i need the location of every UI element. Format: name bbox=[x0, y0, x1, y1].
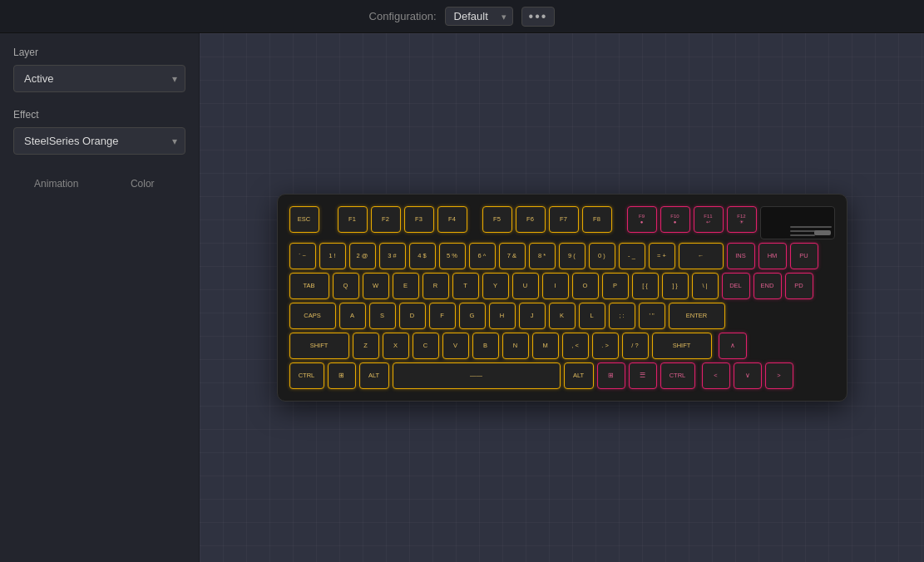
key-e[interactable]: E bbox=[393, 273, 419, 299]
key-tab[interactable]: TAB bbox=[289, 273, 329, 299]
tab-animation[interactable]: Animation bbox=[13, 171, 100, 196]
key-q[interactable]: Q bbox=[333, 273, 359, 299]
config-select-wrapper[interactable]: Default bbox=[445, 7, 513, 26]
key-rctrl[interactable]: CTRL bbox=[660, 362, 695, 389]
key-w[interactable]: W bbox=[363, 273, 389, 299]
key-g[interactable]: G bbox=[459, 303, 486, 329]
more-button[interactable]: ••• bbox=[521, 7, 556, 27]
key-comma[interactable]: , < bbox=[562, 333, 589, 359]
key-6[interactable]: 6 ^ bbox=[469, 243, 496, 269]
keyboard-row-zxcv: SHIFT Z X C V B N M , < . > / ? SHIFT ∧ bbox=[289, 333, 835, 359]
key-d[interactable]: D bbox=[399, 303, 426, 329]
key-semicolon[interactable]: ; : bbox=[609, 303, 635, 329]
sidebar: Layer Active Base Layer 1 Layer 2 Effect… bbox=[0, 33, 200, 562]
key-f11[interactable]: F11↩ bbox=[694, 206, 724, 233]
key-del[interactable]: DEL bbox=[722, 273, 750, 299]
key-f7[interactable]: F7 bbox=[549, 206, 579, 233]
key-menu[interactable]: ☰ bbox=[629, 362, 657, 389]
key-i[interactable]: I bbox=[542, 273, 569, 299]
layer-dropdown-wrapper[interactable]: Active Base Layer 1 Layer 2 bbox=[13, 65, 185, 92]
key-f5[interactable]: F5 bbox=[482, 206, 512, 233]
key-pgup[interactable]: PU bbox=[790, 243, 818, 269]
key-quote[interactable]: ' " bbox=[639, 303, 665, 329]
key-t[interactable]: T bbox=[452, 273, 479, 299]
effect-dropdown[interactable]: SteelSeries Orange Rainbow Static Breath… bbox=[13, 127, 185, 155]
key-v[interactable]: V bbox=[442, 333, 469, 359]
key-2[interactable]: 2 @ bbox=[349, 243, 376, 269]
key-f10[interactable]: F10● bbox=[660, 206, 690, 233]
key-y[interactable]: Y bbox=[482, 273, 509, 299]
key-x[interactable]: X bbox=[383, 333, 409, 359]
key-enter[interactable]: ENTER bbox=[669, 303, 725, 329]
key-j[interactable]: J bbox=[519, 303, 546, 329]
key-1[interactable]: 1 ! bbox=[319, 243, 346, 269]
key-a[interactable]: A bbox=[339, 303, 366, 329]
key-slash[interactable]: / ? bbox=[622, 333, 649, 359]
key-rshift[interactable]: SHIFT bbox=[652, 333, 712, 359]
key-f8[interactable]: F8 bbox=[582, 206, 612, 233]
key-c[interactable]: C bbox=[413, 333, 439, 359]
key-backtick[interactable]: ` ~ bbox=[289, 243, 316, 269]
key-8[interactable]: 8 * bbox=[529, 243, 556, 269]
key-backslash[interactable]: \ | bbox=[692, 273, 719, 299]
key-p[interactable]: P bbox=[602, 273, 629, 299]
key-n[interactable]: N bbox=[502, 333, 529, 359]
key-4[interactable]: 4 $ bbox=[409, 243, 436, 269]
key-5[interactable]: 5 % bbox=[439, 243, 466, 269]
key-o[interactable]: O bbox=[572, 273, 599, 299]
key-down[interactable]: ∨ bbox=[734, 362, 762, 389]
key-b[interactable]: B bbox=[472, 333, 499, 359]
key-lalt[interactable]: ALT bbox=[359, 362, 389, 389]
key-f3[interactable]: F3 bbox=[404, 206, 434, 233]
key-backspace[interactable]: ← bbox=[679, 243, 724, 269]
key-f[interactable]: F bbox=[429, 303, 456, 329]
key-3[interactable]: 3 # bbox=[379, 243, 406, 269]
key-f6[interactable]: F6 bbox=[516, 206, 546, 233]
key-esc[interactable]: ESC bbox=[289, 206, 319, 233]
key-lshift[interactable]: SHIFT bbox=[289, 333, 349, 359]
layer-dropdown[interactable]: Active Base Layer 1 Layer 2 bbox=[13, 65, 185, 92]
key-7[interactable]: 7 & bbox=[499, 243, 526, 269]
key-f9[interactable]: F9● bbox=[627, 206, 657, 233]
key-f4[interactable]: F4 bbox=[437, 206, 467, 233]
effect-dropdown-wrapper[interactable]: SteelSeries Orange Rainbow Static Breath… bbox=[13, 127, 185, 155]
keyboard: ESC F1 F2 F3 F4 F5 F6 F7 F8 F9● F10● F11… bbox=[277, 194, 847, 402]
key-u[interactable]: U bbox=[512, 273, 539, 299]
key-caps[interactable]: CAPS bbox=[289, 303, 336, 329]
keyboard-row-asdf: CAPS A S D F G H J K L ; : ' " ENTER bbox=[289, 303, 835, 329]
keyboard-row-qwerty: TAB Q W E R T Y U I O P [ { ] } \ | DEL … bbox=[289, 273, 835, 299]
config-select[interactable]: Default bbox=[445, 7, 513, 26]
key-0[interactable]: 0 ) bbox=[589, 243, 615, 269]
key-f2[interactable]: F2 bbox=[371, 206, 401, 233]
key-right[interactable]: > bbox=[765, 362, 793, 389]
key-equals[interactable]: = + bbox=[649, 243, 675, 269]
key-pgdn[interactable]: PD bbox=[785, 273, 813, 299]
key-9[interactable]: 9 ( bbox=[559, 243, 586, 269]
key-rbracket[interactable]: ] } bbox=[662, 273, 689, 299]
key-left[interactable]: < bbox=[702, 362, 730, 389]
key-r[interactable]: R bbox=[422, 273, 449, 299]
key-home[interactable]: HM bbox=[758, 243, 787, 269]
key-s[interactable]: S bbox=[369, 303, 396, 329]
key-lwin[interactable]: ⊞ bbox=[328, 362, 356, 389]
key-end[interactable]: END bbox=[754, 273, 782, 299]
tab-color[interactable]: Color bbox=[100, 171, 186, 196]
key-h[interactable]: H bbox=[489, 303, 516, 329]
key-up[interactable]: ∧ bbox=[719, 333, 747, 359]
key-lctrl[interactable]: CTRL bbox=[289, 362, 324, 389]
topbar: Configuration: Default ••• bbox=[0, 0, 924, 33]
keyboard-rows: ESC F1 F2 F3 F4 F5 F6 F7 F8 F9● F10● F11… bbox=[289, 206, 835, 389]
key-ins[interactable]: INS bbox=[727, 243, 755, 269]
key-l[interactable]: L bbox=[579, 303, 605, 329]
key-lbracket[interactable]: [ { bbox=[632, 273, 659, 299]
key-z[interactable]: Z bbox=[353, 333, 379, 359]
key-rwin[interactable]: ⊞ bbox=[597, 362, 625, 389]
key-m[interactable]: M bbox=[532, 333, 559, 359]
key-f12[interactable]: F12☀ bbox=[727, 206, 757, 233]
key-f1[interactable]: F1 bbox=[338, 206, 368, 233]
key-ralt[interactable]: ALT bbox=[564, 362, 594, 389]
key-k[interactable]: K bbox=[549, 303, 576, 329]
key-space[interactable]: —— bbox=[393, 362, 561, 389]
key-minus[interactable]: - _ bbox=[619, 243, 645, 269]
key-period[interactable]: . > bbox=[592, 333, 619, 359]
